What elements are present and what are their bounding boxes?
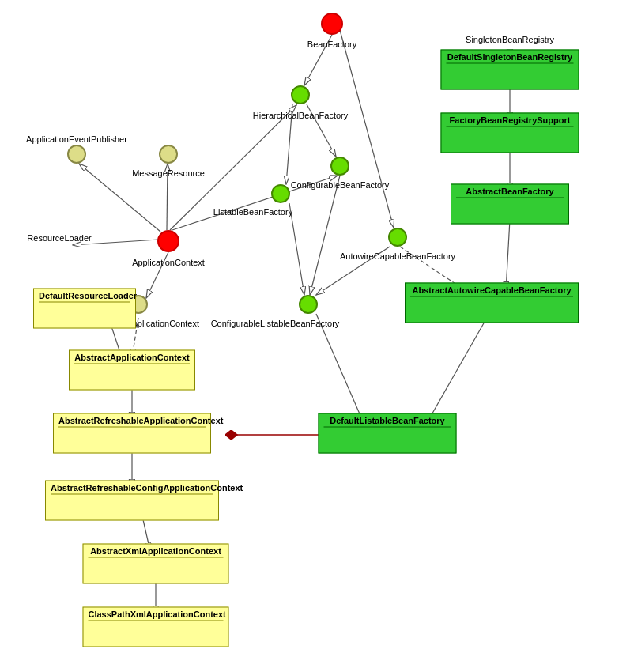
singleton-bean-registry-label: SingletonBeanRegistry	[466, 35, 554, 44]
message-resource-label: MessageResource	[132, 168, 205, 178]
autowire-capable-bean-factory-node	[388, 228, 407, 247]
configurable-bean-factory-node	[330, 157, 349, 176]
autowire-capable-bean-factory-label: AutowireCapableBeanFactory	[340, 251, 455, 261]
abstract-refreshable-config-app-context-box: AbstractRefreshableConfigApplicationCont…	[45, 481, 219, 521]
abstract-bean-factory-box: AbstractBeanFactory	[451, 184, 569, 225]
configurable-bean-factory-label: ConfigurableBeanFactory	[291, 180, 390, 190]
svg-line-4	[310, 176, 340, 295]
class-path-xml-app-context-box: ClassPathXmlApplicationContext	[83, 607, 229, 647]
svg-line-3	[340, 30, 394, 228]
abstract-app-context-box: AbstractApplicationContext	[69, 350, 195, 391]
configurable-listable-bean-factory-label: ConfigurableListableBeanFactory	[211, 319, 340, 328]
configurable-listable-bean-factory-node	[299, 295, 318, 314]
hierarchical-bean-factory-node	[291, 85, 310, 104]
factory-bean-registry-support-box: FactoryBeanRegistrySupport	[441, 113, 579, 153]
default-listable-bean-factory-box: DefaultListableBeanFactory	[319, 413, 457, 454]
abstract-autowire-capable-bean-factory-box: AbstractAutowireCapableBeanFactory	[405, 283, 579, 323]
hierarchical-bean-factory-label: HierarchicalBeanFactory	[253, 111, 348, 120]
resource-loader-label: ResourceLoader	[27, 233, 91, 243]
application-context-label: ApplicationContext	[132, 258, 205, 267]
svg-line-12	[427, 316, 488, 423]
app-event-publisher-label: ApplicationEventPublisher	[26, 134, 127, 144]
svg-line-10	[506, 220, 510, 290]
svg-line-5	[289, 203, 304, 295]
default-resource-loader-box: DefaultResourceLoader	[33, 289, 136, 329]
abstract-refreshable-app-context-box: AbstractRefreshableApplicationContext	[53, 413, 211, 454]
bean-factory-node	[321, 13, 343, 35]
listable-bean-factory-label: ListableBeanFactory	[213, 207, 292, 217]
bean-factory-label: BeanFactory	[307, 40, 356, 49]
app-event-publisher-node	[67, 145, 86, 164]
class-diagram: BeanFactory HierarchicalBeanFactory Conf…	[0, 0, 630, 672]
listable-bean-factory-node	[271, 184, 290, 203]
application-context-node	[157, 230, 179, 252]
default-singleton-bean-registry-box: DefaultSingletonBeanRegistry	[441, 50, 579, 90]
abstract-xml-app-context-box: AbstractXmlApplicationContext	[83, 544, 229, 584]
message-resource-node	[159, 145, 178, 164]
svg-line-13	[316, 314, 364, 423]
